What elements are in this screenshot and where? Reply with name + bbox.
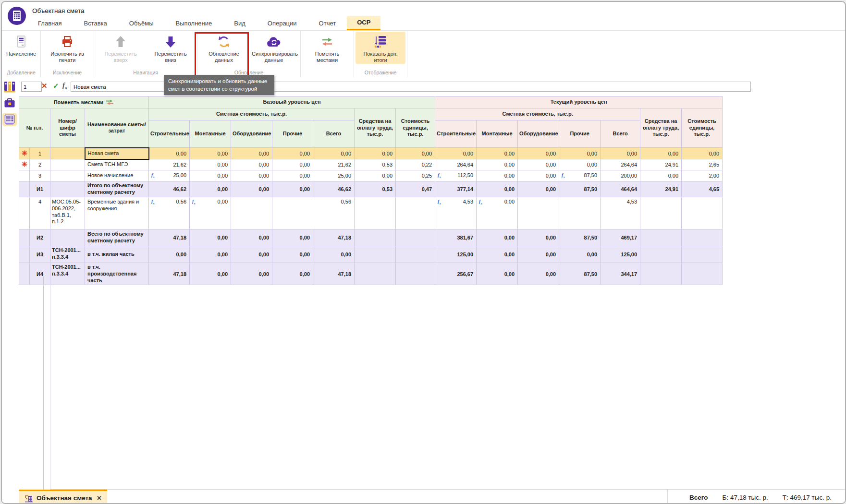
sidebar-item-library[interactable] xyxy=(2,80,17,94)
button-label: Исключить из печати xyxy=(45,51,89,63)
frozen-pane-divider xyxy=(50,276,50,490)
swap-places-button[interactable]: Поменять местами xyxy=(302,32,352,64)
estimate-grid: Поменять местами Базовый уровень цен Тек… xyxy=(19,96,723,285)
button-label: Переместить вниз xyxy=(148,51,193,63)
totals-row: И1 Итого по объектному сметному расчету … xyxy=(19,181,723,197)
row-number-input[interactable] xyxy=(21,82,42,92)
formula-icon: fx xyxy=(437,199,441,205)
tab-otchet[interactable]: Отчет xyxy=(308,16,347,30)
col-header: Оборудование xyxy=(518,120,559,148)
app-logo-icon xyxy=(8,7,26,25)
group-label: Исключение xyxy=(42,69,92,77)
cancel-icon[interactable]: ✕ xyxy=(41,82,48,90)
col-header: Строительные xyxy=(435,120,477,148)
formula-icon: fx xyxy=(478,199,482,205)
binders-icon xyxy=(4,81,15,93)
base-total-value: Б: 47,18 тыс. р. xyxy=(723,494,768,501)
tab-glavnaya[interactable]: Главная xyxy=(27,16,73,30)
col-header: Монтажные xyxy=(190,120,231,148)
document-tab-label: Объектная смета xyxy=(37,494,92,502)
move-down-button[interactable]: Переместить вниз xyxy=(146,32,196,64)
ribbon-tabs: Главная Вставка Объёмы Выполнение Вид Оп… xyxy=(27,16,380,30)
printer-icon xyxy=(60,34,74,49)
new-marker-icon[interactable] xyxy=(19,148,30,159)
tab-osr[interactable]: ОСР xyxy=(347,16,380,30)
fx-icon[interactable]: fx xyxy=(62,81,67,90)
base-level-header: Базовый уровень цен xyxy=(149,96,435,108)
close-icon[interactable]: × xyxy=(97,494,101,503)
current-unit-header: Стоимость единицы, тыс.р. xyxy=(682,108,723,148)
formula-bar: ✕ ✓ fx xyxy=(2,77,845,96)
ribbon-group-addition: Начисление Добавление xyxy=(2,31,41,77)
arrow-up-icon xyxy=(113,34,128,49)
swap-columns-header[interactable]: Поменять местами xyxy=(19,96,149,108)
document-tab[interactable]: Объектная смета × xyxy=(19,490,107,504)
totals-status: Всего Б: 47,18 тыс. р. Т: 469,17 тыс. р. xyxy=(689,490,832,504)
col-header: Прочие xyxy=(272,120,313,148)
base-labor-header: Средства на оплату труда, тыс.р. xyxy=(355,108,396,148)
exclude-from-print-button[interactable]: Исключить из печати xyxy=(42,32,92,64)
briefcase-icon xyxy=(4,97,15,109)
window-title: Объектная смета xyxy=(32,7,85,14)
refresh-data-button[interactable]: Обновление данных xyxy=(199,32,249,64)
col-header-code: Номер/шифр сметы xyxy=(50,108,85,148)
current-total-value: Т: 469,17 тыс. р. xyxy=(783,494,832,501)
sidebar-item-projects[interactable] xyxy=(2,96,17,110)
button-label: Поменять местами xyxy=(305,51,349,63)
col-header: Монтажные xyxy=(477,120,518,148)
formula-icon: fx xyxy=(191,199,196,205)
formula-icon: fx xyxy=(561,172,565,179)
sidebar-item-estimate-sheet[interactable] xyxy=(2,113,17,126)
totals-bars-icon xyxy=(373,34,388,49)
button-label: Показать доп. итоги xyxy=(358,51,403,63)
swap-arrows-icon xyxy=(106,99,114,106)
group-label: Отображение xyxy=(356,69,405,77)
show-extra-totals-button[interactable]: Показать доп. итоги xyxy=(356,32,405,64)
tab-operacii[interactable]: Операции xyxy=(257,16,308,30)
current-level-header: Текущий уровень цен xyxy=(435,96,723,108)
new-marker-icon[interactable] xyxy=(19,159,30,170)
table-row: 2 Смета ТСН МГЭ 21,620,00 0,000,00 21,62… xyxy=(19,159,723,170)
ribbon-group-exclusion: Исключить из печати Исключение xyxy=(41,31,94,77)
status-divider xyxy=(667,490,668,504)
group-label: Добавление xyxy=(3,69,39,77)
button-label: Переместить вверх xyxy=(98,51,143,63)
tab-vypolnenie[interactable]: Выполнение xyxy=(165,16,223,30)
swap-arrows-icon xyxy=(320,34,334,49)
base-unit-header: Стоимость единицы, тыс.р. xyxy=(396,108,435,148)
ribbon-group-navigation: Переместить вверх Переместить вниз Навиг… xyxy=(94,31,197,77)
ribbon-group-update: Обновление данных Синхронизировать данны… xyxy=(197,31,301,77)
refresh-icon xyxy=(217,34,231,49)
table-row: 1 Новая смета 0,000,00 0,000,00 0,000,00… xyxy=(19,148,723,159)
totals-row: И2 Всего по объектному сметному расчету … xyxy=(19,229,723,246)
col-header: Всего xyxy=(601,120,640,148)
move-up-button[interactable]: Переместить вверх xyxy=(96,32,146,64)
current-labor-header: Средства на оплату труда, тыс.р. xyxy=(640,108,682,148)
accrual-button[interactable]: Начисление xyxy=(3,32,39,58)
col-header-name: Наименование сметы/затрат xyxy=(85,108,149,148)
formula-icon: fx xyxy=(437,172,441,179)
cloud-sync-icon xyxy=(266,34,282,49)
tab-vstavka[interactable]: Вставка xyxy=(73,16,118,30)
ribbon-group-display: Показать доп. итоги Отображение xyxy=(354,31,407,77)
button-label: Обновление данных xyxy=(202,51,246,63)
confirm-icon[interactable]: ✓ xyxy=(53,82,59,90)
synchronize-data-button[interactable]: Синхронизировать данные xyxy=(249,32,299,64)
total-label: Всего xyxy=(689,494,708,501)
current-cost-header: Сметная стоимость, тыс.р. xyxy=(435,108,640,120)
tab-vid[interactable]: Вид xyxy=(223,16,257,30)
selected-cell[interactable]: Новая смета xyxy=(85,148,149,159)
tooltip: Синхронизировать и обновить данные смет … xyxy=(164,75,274,95)
tab-obyomy[interactable]: Объёмы xyxy=(118,16,165,30)
spreadsheet-icon xyxy=(4,114,15,125)
app-window: Объектная смета Главная Вставка Объёмы В… xyxy=(1,1,846,504)
base-cost-header: Сметная стоимость, тыс.р. xyxy=(149,108,355,120)
formula-icon: fx xyxy=(150,199,155,205)
col-header: Прочие xyxy=(559,120,601,148)
col-header: Всего xyxy=(313,120,355,148)
left-sidebar xyxy=(2,77,18,487)
building-icon xyxy=(25,494,33,503)
bottom-bar: Объектная смета × Всего Б: 47,18 тыс. р.… xyxy=(2,490,845,504)
button-label: Начисление xyxy=(6,51,36,57)
pane-divider xyxy=(43,276,44,504)
